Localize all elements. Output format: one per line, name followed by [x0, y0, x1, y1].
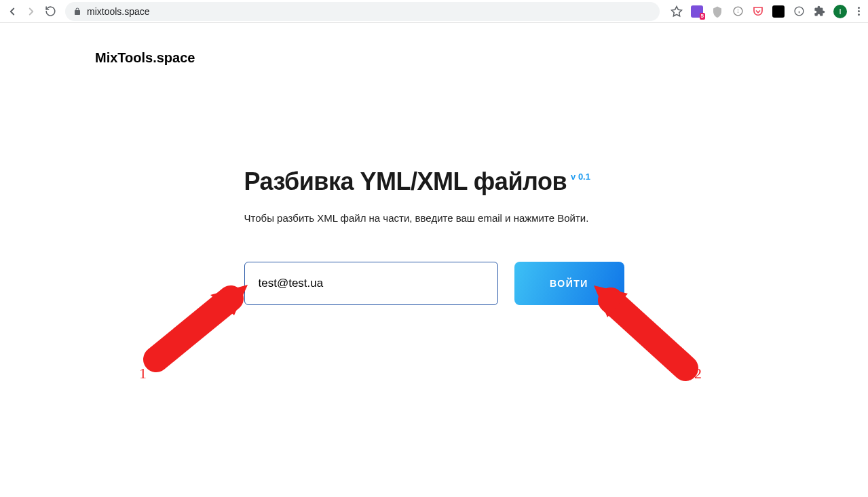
back-button[interactable] [5, 5, 19, 18]
subtitle: Чтобы разбить XML файл на части, введите… [244, 212, 624, 224]
extension-black-icon[interactable] [772, 5, 785, 18]
address-bar[interactable]: mixtools.space [65, 2, 660, 21]
forward-button[interactable] [24, 5, 38, 18]
page-title: Разбивка YML/XML файлов [244, 167, 567, 196]
svg-marker-0 [672, 6, 682, 16]
pocket-icon[interactable] [752, 5, 764, 18]
menu-dots-icon[interactable] [855, 4, 863, 18]
shield-icon[interactable] [711, 5, 723, 18]
circle-icon[interactable] [732, 5, 744, 18]
version-badge: v 0.1 [571, 172, 590, 182]
extension-purple-icon[interactable]: 5 [691, 5, 703, 18]
url-text: mixtools.space [87, 6, 150, 17]
info-icon[interactable] [793, 5, 805, 18]
star-icon[interactable] [671, 5, 683, 18]
login-form: ВОЙТИ [244, 262, 624, 305]
extensions-puzzle-icon[interactable] [813, 5, 825, 18]
email-input[interactable] [244, 262, 498, 305]
lock-icon [73, 7, 81, 16]
site-logo[interactable]: MixTools.space [54, 50, 814, 66]
browser-toolbar: mixtools.space 5 I [0, 0, 868, 23]
main-content: Разбивка YML/XML файлов v 0.1 Чтобы разб… [244, 167, 624, 305]
reload-button[interactable] [43, 5, 57, 18]
page-body: MixTools.space Разбивка YML/XML файлов v… [0, 23, 868, 332]
login-button[interactable]: ВОЙТИ [514, 262, 624, 305]
browser-actions: 5 I [665, 4, 863, 18]
profile-avatar[interactable]: I [833, 5, 847, 18]
